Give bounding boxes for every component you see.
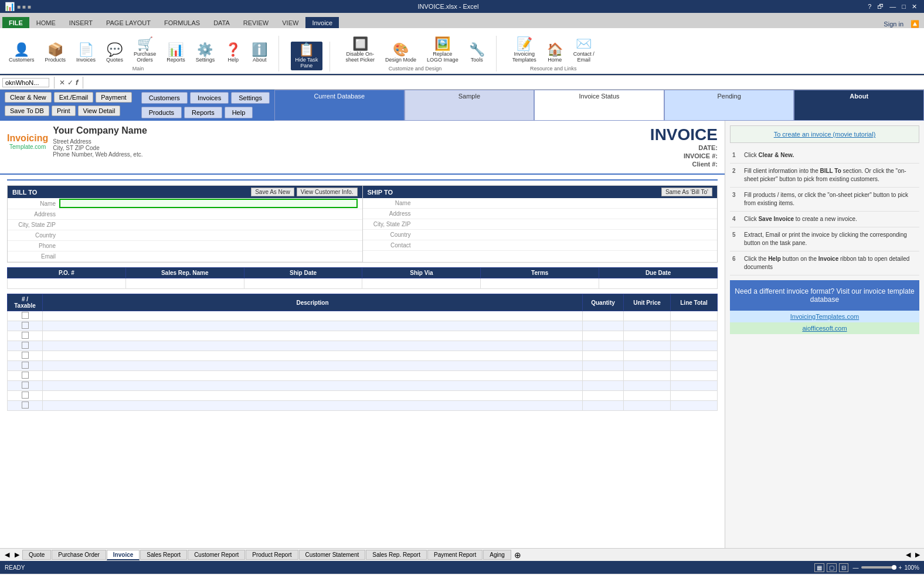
description-input[interactable] — [46, 393, 579, 399]
tab-customer-statement[interactable]: Customer Statement — [299, 550, 366, 560]
unit-price-cell[interactable] — [624, 311, 671, 321]
quantity-cell[interactable] — [583, 391, 624, 401]
terms-input[interactable] — [484, 280, 595, 287]
ribbon-btn-contact-email[interactable]: ✉️ Contact /Email — [569, 36, 599, 64]
tab-quote[interactable]: Quote — [22, 550, 51, 560]
bill-name-input[interactable] — [59, 199, 358, 208]
description-cell[interactable] — [43, 341, 583, 351]
description-cell[interactable] — [43, 351, 583, 361]
ribbon-btn-purchase-orders[interactable]: 🛒 PurchaseOrders — [130, 36, 160, 64]
settings-nav-button[interactable]: Settings — [231, 92, 270, 104]
unit-price-cell[interactable] — [624, 351, 671, 361]
tab-home[interactable]: HOME — [30, 17, 62, 28]
sales-rep-input[interactable] — [130, 280, 240, 287]
unit-price-cell[interactable] — [624, 361, 671, 371]
promo-link2[interactable]: aiofficesoft.com — [730, 322, 919, 334]
reports-nav-button[interactable]: Reports — [184, 107, 222, 118]
ribbon-btn-tools[interactable]: 🔧 Tools — [465, 42, 489, 64]
description-input[interactable] — [46, 353, 579, 359]
minimize-icon[interactable]: — — [887, 3, 898, 11]
tab-customer-report[interactable]: Customer Report — [188, 550, 245, 560]
ribbon-btn-disable-picker[interactable]: 🔲 Disable On-sheet Picker — [342, 36, 379, 64]
save-to-db-button[interactable]: Save To DB — [5, 106, 49, 116]
help-icon[interactable]: ? — [865, 3, 874, 11]
ribbon-btn-about[interactable]: ℹ️ About — [247, 42, 271, 64]
tab-aging[interactable]: Aging — [483, 550, 511, 560]
page-break-view-icon[interactable]: ⊟ — [839, 563, 848, 572]
description-cell[interactable] — [43, 321, 583, 331]
cell-ship-date[interactable] — [244, 278, 362, 289]
taxable-checkbox[interactable] — [22, 382, 29, 389]
tab-invoice[interactable]: Invoice — [305, 17, 339, 28]
restore-icon[interactable]: 🗗 — [875, 3, 886, 11]
save-as-new-button[interactable]: Save As New — [251, 188, 294, 196]
tab-invoice-sheet[interactable]: Invoice — [107, 550, 140, 560]
view-customer-button[interactable]: View Customer Info. — [297, 188, 358, 196]
quantity-cell[interactable] — [583, 341, 624, 351]
unit-price-cell[interactable] — [624, 401, 671, 411]
expand-ribbon-icon[interactable]: 🔼 — [911, 20, 919, 28]
bill-address-input[interactable] — [59, 211, 358, 218]
quantity-cell[interactable] — [583, 401, 624, 411]
page-layout-view-icon[interactable]: ▢ — [827, 563, 837, 572]
tab-pending[interactable]: Pending — [664, 90, 794, 121]
unit-price-input[interactable] — [627, 373, 667, 379]
add-sheet-icon[interactable]: ⊕ — [514, 550, 521, 560]
description-input[interactable] — [46, 363, 579, 369]
unit-price-cell[interactable] — [624, 341, 671, 351]
quantity-cell[interactable] — [583, 321, 624, 331]
tab-sample[interactable]: Sample — [405, 90, 535, 121]
description-cell[interactable] — [43, 311, 583, 321]
tab-purchase-order[interactable]: Purchase Order — [52, 550, 106, 560]
quantity-input[interactable] — [586, 353, 620, 359]
taxable-checkbox[interactable] — [22, 402, 29, 409]
quantity-cell[interactable] — [583, 311, 624, 321]
cell-terms[interactable] — [481, 278, 599, 289]
confirm-formula-icon[interactable]: ✓ — [67, 79, 73, 87]
taxable-checkbox[interactable] — [22, 352, 29, 359]
ribbon-btn-invoicing-templates[interactable]: 📝 InvoicingTemplates — [508, 36, 541, 64]
ribbon-btn-home[interactable]: 🏠 Home — [543, 42, 567, 64]
ship-contact-input[interactable] — [415, 242, 713, 249]
ribbon-btn-hide-task-pane[interactable]: 📋 Hide TaskPane — [291, 42, 322, 70]
close-icon[interactable]: ✕ — [909, 3, 919, 11]
ribbon-btn-products[interactable]: 📦 Products — [41, 42, 70, 64]
name-box[interactable] — [2, 78, 49, 87]
taxable-checkbox[interactable] — [22, 312, 29, 319]
cell-ship-via[interactable] — [362, 278, 481, 289]
quantity-input[interactable] — [586, 323, 620, 329]
quantity-input[interactable] — [586, 363, 620, 369]
ribbon-btn-help[interactable]: ❓ Help — [221, 42, 245, 64]
unit-price-input[interactable] — [627, 363, 667, 369]
quantity-input[interactable] — [586, 313, 620, 319]
maximize-icon[interactable]: □ — [899, 3, 908, 11]
window-controls[interactable]: ? 🗗 — □ ✕ — [865, 3, 919, 11]
quantity-cell[interactable] — [583, 361, 624, 371]
same-as-bill-button[interactable]: Same As 'Bill To' — [661, 188, 712, 196]
taxable-checkbox[interactable] — [22, 322, 29, 329]
quantity-input[interactable] — [586, 333, 620, 339]
description-input[interactable] — [46, 333, 579, 339]
bill-country-input[interactable] — [59, 232, 358, 239]
unit-price-input[interactable] — [627, 313, 667, 319]
unit-price-cell[interactable] — [624, 321, 671, 331]
ribbon-btn-customers[interactable]: 👤 Customers — [5, 42, 39, 64]
description-cell[interactable] — [43, 381, 583, 391]
due-date-input[interactable] — [603, 280, 714, 287]
cancel-formula-icon[interactable]: ✕ — [59, 79, 65, 87]
ribbon-btn-invoices[interactable]: 📄 Invoices — [72, 42, 100, 64]
description-cell[interactable] — [43, 331, 583, 341]
sheet-nav-prev[interactable]: ◀ — [2, 550, 12, 560]
cell-po[interactable] — [8, 278, 126, 289]
tab-file[interactable]: FILE — [2, 17, 29, 28]
clear-new-button[interactable]: Clear & New — [5, 92, 52, 103]
scroll-right-icon[interactable]: ▶ — [913, 551, 922, 559]
unit-price-input[interactable] — [627, 403, 667, 409]
ship-city-input[interactable] — [415, 221, 713, 228]
quantity-input[interactable] — [586, 373, 620, 379]
zoom-in-icon[interactable]: + — [899, 564, 902, 571]
ext-email-button[interactable]: Ext./Email — [54, 92, 94, 103]
tab-payment-report[interactable]: Payment Report — [427, 550, 483, 560]
unit-price-input[interactable] — [627, 323, 667, 329]
bill-email-input[interactable] — [59, 253, 358, 260]
